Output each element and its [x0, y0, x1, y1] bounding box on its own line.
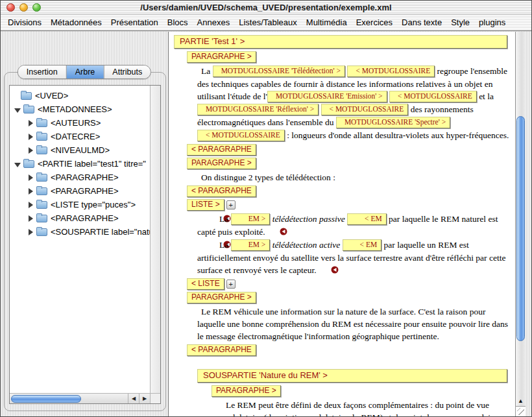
menu-item-pr-sentation[interactable]: Présentation: [106, 15, 163, 30]
editor-vertical-scrollbar[interactable]: ▲: [515, 32, 526, 406]
disclosure-triangle-icon[interactable]: [14, 160, 21, 168]
vertical-scroll-thumb[interactable]: [516, 116, 525, 341]
horizontal-scroll-arrows: ◀ ▶: [128, 394, 150, 403]
element-tag[interactable]: PARAGRAPHE >: [187, 51, 256, 63]
tree-item[interactable]: <DATECRE>: [10, 130, 150, 143]
folder-icon: [36, 174, 47, 182]
add-element-button[interactable]: +: [226, 200, 236, 209]
disclosure-triangle-icon[interactable]: [27, 147, 34, 154]
element-tag[interactable]: LISTE >: [187, 199, 224, 211]
element-tag[interactable]: PARAGRAPHE >: [212, 385, 281, 397]
emphasized-text: télédétection passive: [272, 214, 345, 224]
text-run: : longueurs d'onde allant desultra-viole…: [287, 130, 509, 140]
emphasized-text: télédétection active: [272, 240, 341, 250]
menu-item-listes-tableaux[interactable]: Listes/Tableaux: [234, 15, 302, 30]
inline-element-tag[interactable]: < EM: [343, 239, 382, 251]
tree-item[interactable]: <PARAGRAPHE>: [10, 171, 150, 184]
folder-icon: [36, 147, 47, 154]
text-run: La: [201, 66, 213, 76]
tree-item[interactable]: <LISTE type="puces">: [10, 198, 150, 211]
inline-element-tag[interactable]: EM >: [231, 239, 271, 251]
minimize-icon[interactable]: [19, 3, 28, 12]
right-arrow-icon[interactable]: ▶: [139, 394, 150, 403]
element-banner-partie[interactable]: PARTIE 'Test 1' >: [174, 35, 507, 49]
disclosure-triangle-icon[interactable]: [27, 201, 34, 209]
tree-item[interactable]: <PARAGRAPHE>: [10, 184, 150, 198]
disclosure-triangle-icon[interactable]: [27, 215, 34, 222]
disclosure-triangle-icon[interactable]: [27, 228, 34, 236]
menu-item-plugins[interactable]: plugins: [474, 15, 510, 30]
item-start-icon[interactable]: [210, 213, 218, 221]
element-tag[interactable]: PARAGRAPHE >: [187, 158, 256, 169]
inline-element-tag[interactable]: MOTDUGLOSSAIRE 'Télédétection' >: [213, 66, 345, 77]
sidebar: InsertionArbreAttributs <UVED><METADONNE…: [1, 32, 168, 416]
inline-element-tag[interactable]: MOTDUGLOSSAIRE 'Spectre' >: [336, 117, 450, 128]
tree-item[interactable]: <NIVEAULMD>: [10, 143, 150, 157]
inline-element-tag[interactable]: MOTDUGLOSSAIRE 'Emission' >: [267, 91, 387, 102]
item-end-icon[interactable]: [318, 265, 326, 272]
menu-item-blocs[interactable]: Blocs: [163, 15, 193, 30]
resize-grip-icon[interactable]: [515, 406, 526, 416]
folder-icon: [36, 228, 47, 236]
inline-element-tag[interactable]: EM >: [231, 213, 271, 225]
paragraph-text: Le REM véhicule une information sur la n…: [197, 305, 513, 342]
menu-item-m-tadonn-es[interactable]: Métadonnées: [46, 15, 106, 30]
sidebar-tabs: InsertionArbreAttributs: [18, 65, 151, 79]
inline-element-tag[interactable]: < MOTDUGLOSSAIRE: [197, 130, 285, 141]
tag-line: < PARAGRAPHE: [187, 144, 513, 156]
folder-icon: [36, 215, 47, 222]
element-tag[interactable]: < PARAGRAPHE: [187, 344, 256, 356]
tree-item[interactable]: <UVED>: [10, 89, 150, 102]
disclosure-triangle-icon[interactable]: [27, 119, 34, 127]
tree-item[interactable]: <METADONNEES>: [10, 102, 150, 116]
tree-item[interactable]: <AUTEURS>: [10, 116, 150, 130]
menu-item-multim-dia[interactable]: Multimédia: [302, 15, 352, 30]
element-tag[interactable]: < PARAGRAPHE: [187, 185, 256, 197]
menu-item-exercices[interactable]: Exercices: [352, 15, 397, 30]
close-icon[interactable]: [6, 3, 15, 12]
element-banner-souspartie[interactable]: SOUSPARTIE 'Nature du REM' >: [197, 369, 507, 383]
item-start-icon[interactable]: [210, 239, 218, 247]
scrollbar-corner: [150, 393, 160, 403]
tab-insertion[interactable]: Insertion: [18, 66, 67, 78]
inline-element-tag[interactable]: < MOTDUGLOSSAIRE: [389, 91, 477, 102]
disclosure-triangle-icon[interactable]: [27, 133, 34, 141]
item-end-icon[interactable]: [267, 226, 274, 234]
tree-item[interactable]: <SOUSPARTIE label="natu: [10, 225, 150, 239]
disclosure-triangle-icon[interactable]: [27, 187, 34, 195]
horizontal-scroll-thumb[interactable]: [11, 395, 81, 403]
zoom-icon[interactable]: [32, 3, 41, 12]
document-editor[interactable]: PARTIE 'Test 1' >PARAGRAPHE >La MOTDUGLO…: [169, 32, 515, 416]
menu-item-divisions[interactable]: Divisions: [3, 15, 46, 30]
tree-item-label: <PARAGRAPHE>: [51, 173, 119, 182]
element-tag[interactable]: < PARAGRAPHE: [187, 144, 256, 156]
tree-vertical-scrollbar[interactable]: [150, 86, 160, 393]
tree-horizontal-scrollbar[interactable]: ◀ ▶: [10, 393, 150, 403]
folder-icon: [23, 106, 34, 113]
tree-item-label: <METADONNEES>: [38, 104, 112, 114]
element-tag[interactable]: PARAGRAPHE >: [187, 292, 256, 304]
menu-item-annexes[interactable]: Annexes: [193, 15, 235, 30]
menu-item-style[interactable]: Style: [446, 15, 474, 30]
tab-arbre[interactable]: Arbre: [67, 66, 104, 78]
tree-item-label: <LISTE type="puces">: [51, 200, 136, 209]
tree-item[interactable]: <PARTIE label="test1" titre=": [10, 157, 150, 171]
window-controls: [6, 3, 41, 12]
inline-element-tag[interactable]: < MOTDUGLOSSAIRE: [321, 104, 409, 115]
inline-element-tag[interactable]: < EM: [347, 213, 387, 225]
disclosure-triangle-icon[interactable]: [14, 106, 21, 113]
tree-rows: <UVED><METADONNEES><AUTEURS><DATECRE><NI…: [10, 86, 150, 393]
tree-item[interactable]: <PARAGRAPHE>: [10, 211, 150, 225]
tree-view[interactable]: <UVED><METADONNEES><AUTEURS><DATECRE><NI…: [9, 85, 161, 404]
inline-element-tag[interactable]: < MOTDUGLOSSAIRE: [347, 66, 435, 77]
menu-item-dans-texte[interactable]: Dans texte: [397, 15, 446, 30]
up-arrow-icon[interactable]: ▲: [516, 396, 526, 405]
left-arrow-icon[interactable]: ◀: [128, 394, 139, 403]
tab-attributs[interactable]: Attributs: [104, 66, 151, 78]
app-window: /Users/damien/UVED/schema_UVED/presentat…: [0, 0, 532, 417]
text-run: et la: [479, 91, 494, 101]
inline-element-tag[interactable]: MOTDUGLOSSAIRE 'Réflexion' >: [197, 104, 319, 115]
disclosure-triangle-icon[interactable]: [27, 174, 34, 182]
element-tag[interactable]: < LISTE: [187, 278, 224, 290]
add-element-button[interactable]: +: [226, 280, 236, 289]
